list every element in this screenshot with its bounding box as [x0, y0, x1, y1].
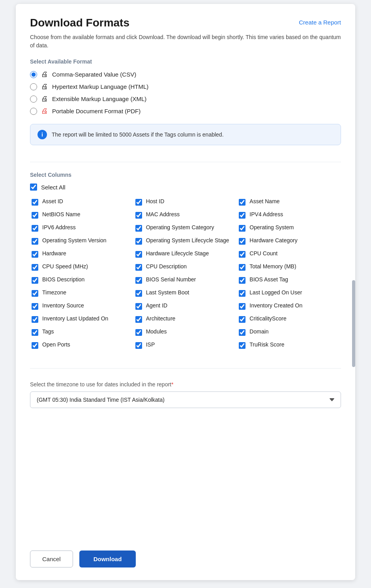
- col-bios-desc[interactable]: BIOS Description: [30, 273, 134, 287]
- columns-grid: Asset ID Host ID Asset Name NetBIOS Name…: [30, 195, 341, 352]
- format-options: 🖨 Comma-Separated Value (CSV) 🖨 Hypertex…: [30, 70, 341, 115]
- col-architecture[interactable]: Architecture: [134, 313, 238, 326]
- download-formats-modal: Download Formats Create a Report Choose …: [16, 4, 355, 580]
- col-criticality-score[interactable]: CriticalityScore: [237, 313, 341, 326]
- modal-subtitle: Choose from the available formats and cl…: [30, 33, 341, 50]
- format-radio-html[interactable]: [30, 83, 37, 90]
- col-last-sys-boot[interactable]: Last System Boot: [134, 287, 238, 300]
- col-asset-id[interactable]: Asset ID: [30, 195, 134, 208]
- col-bios-serial[interactable]: BIOS Serial Number: [134, 273, 238, 287]
- info-text: The report will be limited to 5000 Asset…: [52, 131, 224, 138]
- col-inv-last-updated[interactable]: Inventory Last Updated On: [30, 313, 134, 326]
- col-domain[interactable]: Domain: [237, 326, 341, 339]
- col-cpu-count[interactable]: CPU Count: [237, 247, 341, 260]
- col-total-memory[interactable]: Total Memory (MB): [237, 260, 341, 273]
- format-option-xml[interactable]: 🖨 Extensible Markup Language (XML): [30, 95, 341, 103]
- format-label-xml: Extensible Markup Language (XML): [52, 96, 146, 102]
- format-section-label: Select Available Format: [30, 58, 341, 65]
- col-os-lifecycle[interactable]: Operating System Lifecycle Stage: [134, 234, 238, 247]
- timezone-select[interactable]: (GMT 05:30) India Standard Time (IST Asi…: [30, 391, 341, 408]
- timezone-section: Select the timezone to use for dates inc…: [30, 381, 341, 408]
- columns-section-label: Select Columns: [30, 172, 341, 178]
- col-timezone[interactable]: Timezone: [30, 287, 134, 300]
- format-option-pdf[interactable]: 🖨 Portable Document Format (PDF): [30, 107, 341, 115]
- timezone-label: Select the timezone to use for dates inc…: [30, 381, 341, 388]
- divider-2: [30, 368, 341, 369]
- col-inv-source[interactable]: Inventory Source: [30, 300, 134, 313]
- col-open-ports[interactable]: Open Ports: [30, 339, 134, 352]
- divider: [30, 162, 341, 162]
- columns-section: Select Columns Select All Asset ID Host …: [30, 172, 341, 352]
- scrollbar[interactable]: [352, 280, 355, 367]
- col-agent-id[interactable]: Agent ID: [134, 300, 238, 313]
- format-label-html: Hypertext Markup Language (HTML): [52, 83, 148, 90]
- col-os-category[interactable]: Operating System Category: [134, 221, 238, 234]
- required-marker: *: [171, 381, 173, 388]
- col-last-logged-user[interactable]: Last Logged On User: [237, 287, 341, 300]
- csv-icon: 🖨: [41, 70, 48, 79]
- col-cpu-desc[interactable]: CPU Description: [134, 260, 238, 273]
- select-all-checkbox[interactable]: [30, 184, 37, 191]
- select-all-row: Select All: [30, 184, 341, 191]
- col-cpu-speed[interactable]: CPU Speed (MHz): [30, 260, 134, 273]
- format-radio-xml[interactable]: [30, 96, 37, 103]
- col-asset-name[interactable]: Asset Name: [237, 195, 341, 208]
- col-os-version[interactable]: Operating System Version: [30, 234, 134, 247]
- select-all-label[interactable]: Select All: [30, 184, 66, 191]
- col-ipv4-address[interactable]: IPV4 Address: [237, 208, 341, 221]
- html-icon: 🖨: [41, 82, 48, 91]
- format-option-html[interactable]: 🖨 Hypertext Markup Language (HTML): [30, 82, 341, 91]
- col-operating-system[interactable]: Operating System: [237, 221, 341, 234]
- col-hardware[interactable]: Hardware: [30, 247, 134, 260]
- col-trurisk-score[interactable]: TruRisk Score: [237, 339, 341, 352]
- format-label-pdf: Portable Document Format (PDF): [52, 108, 141, 114]
- col-netbios-name[interactable]: NetBIOS Name: [30, 208, 134, 221]
- col-isp[interactable]: ISP: [134, 339, 238, 352]
- download-button[interactable]: Download: [79, 551, 136, 567]
- info-icon: i: [37, 130, 47, 139]
- xml-icon: 🖨: [41, 95, 48, 103]
- modal-header: Download Formats Create a Report: [30, 17, 341, 29]
- col-inv-created-on[interactable]: Inventory Created On: [237, 300, 341, 313]
- col-mac-address[interactable]: MAC Address: [134, 208, 238, 221]
- create-report-link[interactable]: Create a Report: [299, 19, 341, 26]
- col-hw-lifecycle[interactable]: Hardware Lifecycle Stage: [134, 247, 238, 260]
- select-all-text: Select All: [41, 184, 66, 191]
- cancel-button[interactable]: Cancel: [30, 551, 73, 567]
- col-hw-category[interactable]: Hardware Category: [237, 234, 341, 247]
- col-host-id[interactable]: Host ID: [134, 195, 238, 208]
- col-bios-asset-tag[interactable]: BIOS Asset Tag: [237, 273, 341, 287]
- format-label-csv: Comma-Separated Value (CSV): [52, 71, 136, 78]
- footer-buttons: Cancel Download: [30, 543, 341, 567]
- format-option-csv[interactable]: 🖨 Comma-Separated Value (CSV): [30, 70, 341, 79]
- col-ipv6-address[interactable]: IPV6 Address: [30, 221, 134, 234]
- info-box: i The report will be limited to 5000 Ass…: [30, 124, 341, 145]
- pdf-icon: 🖨: [41, 107, 48, 115]
- col-tags[interactable]: Tags: [30, 326, 134, 339]
- format-radio-csv[interactable]: [30, 71, 37, 78]
- format-radio-pdf[interactable]: [30, 108, 37, 115]
- col-modules[interactable]: Modules: [134, 326, 238, 339]
- modal-title: Download Formats: [30, 17, 129, 29]
